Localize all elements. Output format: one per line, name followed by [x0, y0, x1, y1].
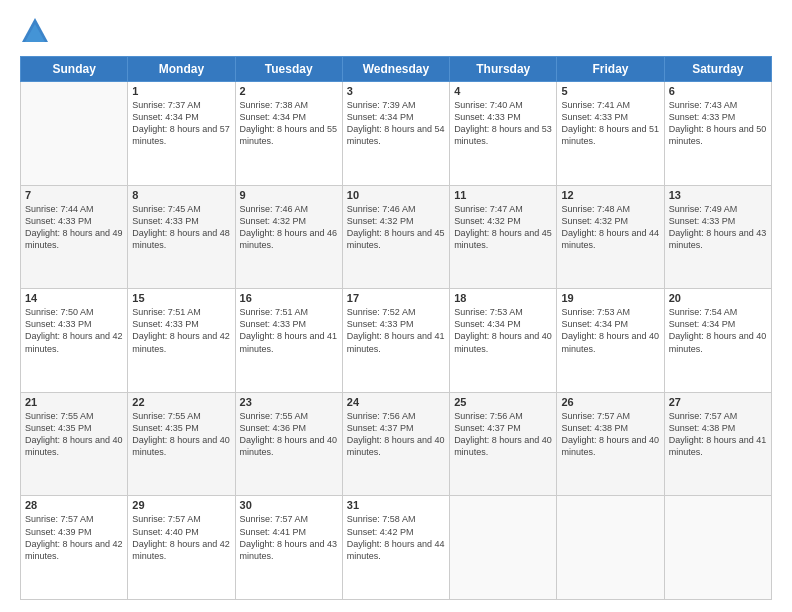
calendar-cell: 18Sunrise: 7:53 AM Sunset: 4:34 PM Dayli… [450, 289, 557, 393]
calendar-week-row: 7Sunrise: 7:44 AM Sunset: 4:33 PM Daylig… [21, 185, 772, 289]
calendar-cell: 28Sunrise: 7:57 AM Sunset: 4:39 PM Dayli… [21, 496, 128, 600]
cell-info: Sunrise: 7:51 AM Sunset: 4:33 PM Dayligh… [132, 306, 230, 355]
day-number: 7 [25, 189, 123, 201]
page: SundayMondayTuesdayWednesdayThursdayFrid… [0, 0, 792, 612]
day-number: 2 [240, 85, 338, 97]
weekday-header-friday: Friday [557, 57, 664, 82]
weekday-header-sunday: Sunday [21, 57, 128, 82]
cell-info: Sunrise: 7:46 AM Sunset: 4:32 PM Dayligh… [240, 203, 338, 252]
calendar-cell: 2Sunrise: 7:38 AM Sunset: 4:34 PM Daylig… [235, 82, 342, 186]
calendar-cell: 16Sunrise: 7:51 AM Sunset: 4:33 PM Dayli… [235, 289, 342, 393]
calendar-cell: 9Sunrise: 7:46 AM Sunset: 4:32 PM Daylig… [235, 185, 342, 289]
calendar-cell: 30Sunrise: 7:57 AM Sunset: 4:41 PM Dayli… [235, 496, 342, 600]
calendar-table: SundayMondayTuesdayWednesdayThursdayFrid… [20, 56, 772, 600]
cell-info: Sunrise: 7:43 AM Sunset: 4:33 PM Dayligh… [669, 99, 767, 148]
day-number: 20 [669, 292, 767, 304]
day-number: 26 [561, 396, 659, 408]
day-number: 10 [347, 189, 445, 201]
cell-info: Sunrise: 7:56 AM Sunset: 4:37 PM Dayligh… [347, 410, 445, 459]
cell-info: Sunrise: 7:41 AM Sunset: 4:33 PM Dayligh… [561, 99, 659, 148]
day-number: 15 [132, 292, 230, 304]
day-number: 27 [669, 396, 767, 408]
calendar-cell [21, 82, 128, 186]
cell-info: Sunrise: 7:50 AM Sunset: 4:33 PM Dayligh… [25, 306, 123, 355]
cell-info: Sunrise: 7:57 AM Sunset: 4:38 PM Dayligh… [669, 410, 767, 459]
weekday-header-thursday: Thursday [450, 57, 557, 82]
day-number: 28 [25, 499, 123, 511]
calendar-cell [664, 496, 771, 600]
cell-info: Sunrise: 7:37 AM Sunset: 4:34 PM Dayligh… [132, 99, 230, 148]
cell-info: Sunrise: 7:55 AM Sunset: 4:35 PM Dayligh… [132, 410, 230, 459]
day-number: 22 [132, 396, 230, 408]
cell-info: Sunrise: 7:56 AM Sunset: 4:37 PM Dayligh… [454, 410, 552, 459]
day-number: 12 [561, 189, 659, 201]
day-number: 13 [669, 189, 767, 201]
calendar-cell: 27Sunrise: 7:57 AM Sunset: 4:38 PM Dayli… [664, 392, 771, 496]
calendar-cell: 8Sunrise: 7:45 AM Sunset: 4:33 PM Daylig… [128, 185, 235, 289]
calendar-cell: 14Sunrise: 7:50 AM Sunset: 4:33 PM Dayli… [21, 289, 128, 393]
cell-info: Sunrise: 7:51 AM Sunset: 4:33 PM Dayligh… [240, 306, 338, 355]
day-number: 25 [454, 396, 552, 408]
day-number: 3 [347, 85, 445, 97]
cell-info: Sunrise: 7:53 AM Sunset: 4:34 PM Dayligh… [454, 306, 552, 355]
day-number: 4 [454, 85, 552, 97]
calendar-week-row: 28Sunrise: 7:57 AM Sunset: 4:39 PM Dayli… [21, 496, 772, 600]
logo [20, 16, 54, 46]
day-number: 9 [240, 189, 338, 201]
calendar-cell: 20Sunrise: 7:54 AM Sunset: 4:34 PM Dayli… [664, 289, 771, 393]
day-number: 14 [25, 292, 123, 304]
logo-icon [20, 16, 50, 46]
calendar-cell: 31Sunrise: 7:58 AM Sunset: 4:42 PM Dayli… [342, 496, 449, 600]
day-number: 31 [347, 499, 445, 511]
cell-info: Sunrise: 7:40 AM Sunset: 4:33 PM Dayligh… [454, 99, 552, 148]
cell-info: Sunrise: 7:57 AM Sunset: 4:38 PM Dayligh… [561, 410, 659, 459]
weekday-header-wednesday: Wednesday [342, 57, 449, 82]
cell-info: Sunrise: 7:44 AM Sunset: 4:33 PM Dayligh… [25, 203, 123, 252]
header [20, 16, 772, 46]
calendar-header-row: SundayMondayTuesdayWednesdayThursdayFrid… [21, 57, 772, 82]
cell-info: Sunrise: 7:54 AM Sunset: 4:34 PM Dayligh… [669, 306, 767, 355]
calendar-cell: 10Sunrise: 7:46 AM Sunset: 4:32 PM Dayli… [342, 185, 449, 289]
day-number: 11 [454, 189, 552, 201]
calendar-cell: 4Sunrise: 7:40 AM Sunset: 4:33 PM Daylig… [450, 82, 557, 186]
cell-info: Sunrise: 7:57 AM Sunset: 4:39 PM Dayligh… [25, 513, 123, 562]
calendar-cell [557, 496, 664, 600]
day-number: 8 [132, 189, 230, 201]
calendar-cell: 23Sunrise: 7:55 AM Sunset: 4:36 PM Dayli… [235, 392, 342, 496]
calendar-cell: 29Sunrise: 7:57 AM Sunset: 4:40 PM Dayli… [128, 496, 235, 600]
calendar-cell: 1Sunrise: 7:37 AM Sunset: 4:34 PM Daylig… [128, 82, 235, 186]
calendar-cell: 24Sunrise: 7:56 AM Sunset: 4:37 PM Dayli… [342, 392, 449, 496]
calendar-cell: 12Sunrise: 7:48 AM Sunset: 4:32 PM Dayli… [557, 185, 664, 289]
cell-info: Sunrise: 7:57 AM Sunset: 4:40 PM Dayligh… [132, 513, 230, 562]
weekday-header-tuesday: Tuesday [235, 57, 342, 82]
calendar-cell: 19Sunrise: 7:53 AM Sunset: 4:34 PM Dayli… [557, 289, 664, 393]
day-number: 24 [347, 396, 445, 408]
calendar-week-row: 21Sunrise: 7:55 AM Sunset: 4:35 PM Dayli… [21, 392, 772, 496]
cell-info: Sunrise: 7:45 AM Sunset: 4:33 PM Dayligh… [132, 203, 230, 252]
calendar-cell: 13Sunrise: 7:49 AM Sunset: 4:33 PM Dayli… [664, 185, 771, 289]
day-number: 6 [669, 85, 767, 97]
day-number: 19 [561, 292, 659, 304]
calendar-cell: 25Sunrise: 7:56 AM Sunset: 4:37 PM Dayli… [450, 392, 557, 496]
cell-info: Sunrise: 7:52 AM Sunset: 4:33 PM Dayligh… [347, 306, 445, 355]
calendar-cell: 6Sunrise: 7:43 AM Sunset: 4:33 PM Daylig… [664, 82, 771, 186]
cell-info: Sunrise: 7:58 AM Sunset: 4:42 PM Dayligh… [347, 513, 445, 562]
calendar-week-row: 1Sunrise: 7:37 AM Sunset: 4:34 PM Daylig… [21, 82, 772, 186]
cell-info: Sunrise: 7:49 AM Sunset: 4:33 PM Dayligh… [669, 203, 767, 252]
day-number: 17 [347, 292, 445, 304]
weekday-header-monday: Monday [128, 57, 235, 82]
cell-info: Sunrise: 7:47 AM Sunset: 4:32 PM Dayligh… [454, 203, 552, 252]
day-number: 30 [240, 499, 338, 511]
calendar-cell: 22Sunrise: 7:55 AM Sunset: 4:35 PM Dayli… [128, 392, 235, 496]
weekday-header-saturday: Saturday [664, 57, 771, 82]
day-number: 5 [561, 85, 659, 97]
cell-info: Sunrise: 7:39 AM Sunset: 4:34 PM Dayligh… [347, 99, 445, 148]
day-number: 29 [132, 499, 230, 511]
cell-info: Sunrise: 7:55 AM Sunset: 4:36 PM Dayligh… [240, 410, 338, 459]
day-number: 23 [240, 396, 338, 408]
cell-info: Sunrise: 7:57 AM Sunset: 4:41 PM Dayligh… [240, 513, 338, 562]
cell-info: Sunrise: 7:38 AM Sunset: 4:34 PM Dayligh… [240, 99, 338, 148]
calendar-cell: 26Sunrise: 7:57 AM Sunset: 4:38 PM Dayli… [557, 392, 664, 496]
calendar-week-row: 14Sunrise: 7:50 AM Sunset: 4:33 PM Dayli… [21, 289, 772, 393]
calendar-cell [450, 496, 557, 600]
